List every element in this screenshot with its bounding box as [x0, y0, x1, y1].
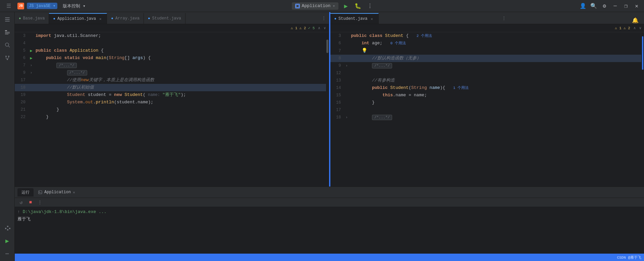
restart-button[interactable]: ↺: [17, 199, 25, 206]
svg-point-10: [8, 56, 9, 57]
chevron-up-left[interactable]: ∧: [318, 26, 320, 30]
right-code-editor[interactable]: 3 public class Student { 2 个用法 6 int age…: [330, 32, 642, 187]
code-line-6: 6 ▶ public static void main(String[] arg…: [15, 54, 326, 62]
r-code-line-18: 18 › /*...*/: [330, 114, 642, 121]
console-path: D:\java\jdk-1.8\bin\java.exe ...: [23, 209, 107, 214]
right-scroll-thumb: [642, 36, 643, 70]
activity-bar: ▶ ⋯: [0, 12, 15, 261]
chevron-down-left[interactable]: ∨: [324, 26, 326, 30]
right-tab-more[interactable]: ⋮: [499, 12, 509, 24]
line-content-22: }: [34, 113, 326, 121]
r-code-line-15: 15 this.name = name;: [330, 92, 642, 99]
r-line-num-13: 13: [330, 78, 344, 83]
close-application-tab[interactable]: ✕: [98, 16, 103, 21]
more-run-button[interactable]: ⋮: [365, 1, 375, 11]
svg-rect-13: [7, 226, 8, 227]
run-button[interactable]: ▶: [341, 1, 351, 11]
terminal-icon: [38, 190, 42, 194]
console-arrow-1: ↑: [17, 209, 20, 214]
settings-button[interactable]: ⚙: [600, 1, 609, 11]
r-line-num-14: 14: [330, 86, 344, 90]
run-config-arrow[interactable]: ▾: [332, 3, 335, 9]
main-container: ▶ ⋯ ● Base.java ● Application.java ✕: [0, 12, 644, 261]
bottom-tab-application-label: Application: [44, 190, 71, 195]
close-bottom-tab[interactable]: ✕: [73, 190, 75, 195]
run-panel-button[interactable]: ▶: [1, 235, 13, 247]
tab-student-java-left-label: Student.java: [152, 16, 181, 21]
gutter-5-run[interactable]: ▶: [28, 48, 34, 53]
line-content-3: import java.util.Scanner;: [34, 32, 326, 40]
gutter-9-fold[interactable]: ›: [28, 71, 34, 75]
stop-button[interactable]: ■: [27, 199, 34, 206]
line-content-20: System.out.println(student.name);: [34, 99, 326, 106]
tab-base-java[interactable]: ● Base.java: [15, 13, 49, 24]
add-profile-button[interactable]: 👤: [578, 1, 588, 11]
svg-rect-4: [5, 32, 10, 33]
tab-more-button[interactable]: ⋮: [319, 12, 329, 24]
bottom-tab-run[interactable]: 运行: [17, 188, 34, 197]
r-gutter-9-fold[interactable]: ›: [344, 64, 350, 68]
titlebar-left: ☰ JB JS javaSE ▾ 版本控制 ▾: [3, 0, 88, 12]
close-student-tab[interactable]: ✕: [370, 16, 374, 21]
bottom-toolbar: ↺ ■ ⋮: [15, 198, 644, 207]
sidebar-toggle[interactable]: [1, 13, 13, 25]
r-line-content-13: //有参构造: [350, 77, 642, 84]
line-num-7: 7: [15, 63, 28, 68]
r-line-num-7: 7: [330, 49, 344, 53]
r-gutter-18-fold[interactable]: ›: [344, 116, 350, 119]
minimize-button[interactable]: —: [610, 1, 620, 11]
left-code-editor[interactable]: 3 import java.util.Scanner; 4: [15, 32, 326, 187]
project-tree-button[interactable]: [1, 26, 13, 38]
tab-array-java[interactable]: ● Array.java: [107, 13, 144, 24]
r-code-line-14: 14 public Student(String name){ 1 个用法: [330, 84, 642, 92]
hamburger-icon[interactable]: ☰: [3, 0, 15, 12]
more-tools-button[interactable]: ⋮: [36, 199, 44, 206]
left-scroll-thumb: [326, 40, 328, 53]
gutter-6-run[interactable]: ▶: [28, 56, 34, 61]
chevron-down-right[interactable]: ∨: [639, 26, 641, 30]
search-button[interactable]: 🔍: [589, 1, 598, 11]
close-button[interactable]: ✕: [632, 1, 641, 11]
student-java-left-icon: ●: [148, 16, 150, 20]
r-line-num-18: 18: [330, 115, 344, 120]
plugins-button[interactable]: [1, 222, 13, 234]
svg-rect-12: [5, 228, 6, 229]
maximize-button[interactable]: ❐: [621, 1, 631, 11]
sdk-selector[interactable]: JS javaSE ▾: [27, 3, 57, 9]
line-num-21: 21: [15, 107, 28, 112]
svg-rect-15: [9, 228, 10, 229]
chevron-up-right[interactable]: ∧: [634, 26, 636, 30]
svg-rect-0: [296, 5, 299, 7]
svg-rect-3: [5, 21, 10, 21]
r-line-content-8: //默认构造函数（无参）: [350, 55, 642, 62]
gutter-7-fold[interactable]: ›: [28, 64, 34, 67]
find-button[interactable]: [1, 39, 13, 51]
r-line-content-3: public class Student { 2 个用法: [350, 32, 642, 40]
warn-badge-2: ⚠ 2: [300, 26, 306, 30]
right-scroll-track[interactable]: [641, 32, 644, 187]
left-scroll-track[interactable]: [326, 32, 329, 187]
tab-application-java[interactable]: ● Application.java ✕: [49, 13, 107, 24]
notification-bell[interactable]: 🔔: [629, 17, 641, 24]
r-line-content-18: /*...*/: [350, 114, 642, 121]
bottom-more-button[interactable]: ⋯: [1, 248, 13, 260]
right-tab-actions: 🔔: [629, 17, 644, 24]
r-code-line-12: 12: [330, 69, 642, 77]
tab-student-java-left[interactable]: ● Student.java: [144, 13, 185, 24]
left-editor-scroll-area: 3 import java.util.Scanner; 4: [15, 32, 329, 187]
r-line-content-9: /*...*/: [350, 62, 642, 69]
code-line-5: 5 ▶ public class Application {: [15, 47, 326, 54]
tab-student-java-right[interactable]: ● Student.java ✕: [330, 13, 379, 24]
line-num-19: 19: [15, 93, 28, 97]
line-content-7: /*...*/: [34, 62, 326, 69]
tab-array-java-label: Array.java: [115, 16, 140, 21]
tab-base-java-label: Base.java: [23, 16, 45, 21]
r-code-line-8: 8 //默认构造函数（无参）: [330, 55, 642, 62]
vcs-menu[interactable]: 版本控制 ▾: [60, 2, 88, 10]
debug-button[interactable]: 🐛: [353, 1, 363, 11]
vcs-button[interactable]: [1, 52, 13, 64]
svg-rect-14: [7, 229, 8, 230]
run-config[interactable]: Application ▾: [292, 2, 339, 10]
line-num-9: 9: [15, 70, 28, 75]
bottom-tab-application[interactable]: Application ✕: [35, 189, 78, 196]
